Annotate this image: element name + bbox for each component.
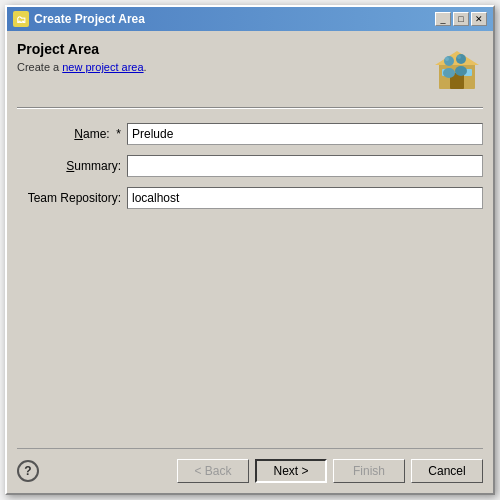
svg-point-9 [445, 57, 449, 61]
name-row: Name: * [17, 123, 483, 145]
header-divider [17, 107, 483, 109]
window-icon: 🗂 [13, 11, 29, 27]
svg-point-7 [456, 54, 466, 64]
help-button[interactable]: ? [17, 460, 39, 482]
create-project-area-window: 🗂 Create Project Area _ □ ✕ Project Area… [5, 5, 495, 495]
subtitle-prefix: Create a [17, 61, 62, 73]
header-section: Project Area Create a new project area. [17, 41, 483, 93]
svg-point-10 [457, 55, 461, 59]
team-repository-input[interactable] [127, 187, 483, 209]
title-bar-left: 🗂 Create Project Area [13, 11, 145, 27]
team-repository-label: Team Repository: [17, 191, 127, 205]
svg-point-5 [444, 56, 454, 66]
close-button[interactable]: ✕ [471, 12, 487, 26]
svg-point-6 [443, 68, 455, 78]
summary-label: Summary: [17, 159, 127, 173]
form-area: Name: * Summary: Team Repository: [17, 123, 483, 438]
project-area-icon [431, 41, 483, 93]
title-bar: 🗂 Create Project Area _ □ ✕ [7, 7, 493, 31]
cancel-button[interactable]: Cancel [411, 459, 483, 483]
header-title: Project Area [17, 41, 431, 57]
name-input[interactable] [127, 123, 483, 145]
summary-input[interactable] [127, 155, 483, 177]
team-repository-row: Team Repository: [17, 187, 483, 209]
svg-point-8 [455, 66, 467, 76]
next-button[interactable]: Next > [255, 459, 327, 483]
footer-right: < Back Next > Finish Cancel [177, 459, 483, 483]
name-label: Name: * [17, 127, 127, 141]
finish-button[interactable]: Finish [333, 459, 405, 483]
title-controls: _ □ ✕ [435, 12, 487, 26]
window-title: Create Project Area [34, 12, 145, 26]
header-subtitle: Create a new project area. [17, 61, 431, 73]
new-project-area-link[interactable]: new project area [62, 61, 143, 73]
footer-left: ? [17, 460, 39, 482]
header-text: Project Area Create a new project area. [17, 41, 431, 73]
subtitle-suffix: . [144, 61, 147, 73]
summary-row: Summary: [17, 155, 483, 177]
dialog-content: Project Area Create a new project area. [7, 31, 493, 493]
minimize-button[interactable]: _ [435, 12, 451, 26]
back-button[interactable]: < Back [177, 459, 249, 483]
maximize-button[interactable]: □ [453, 12, 469, 26]
dialog-footer: ? < Back Next > Finish Cancel [17, 448, 483, 483]
